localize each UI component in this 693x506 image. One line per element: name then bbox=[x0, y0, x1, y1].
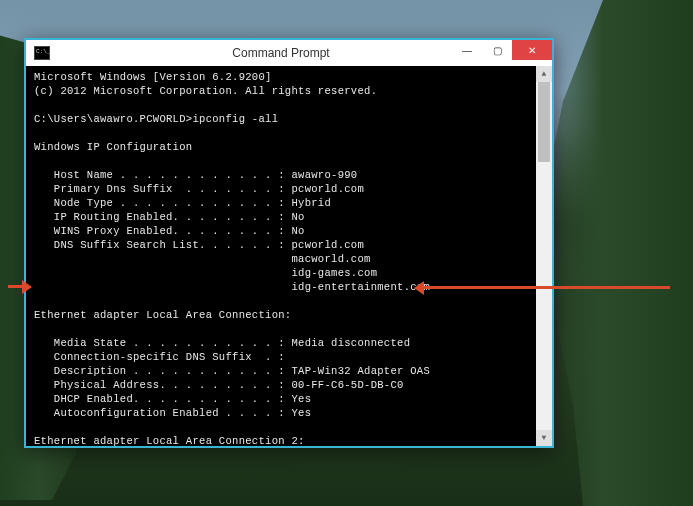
terminal-output: Microsoft Windows [Version 6.2.9200] (c)… bbox=[34, 70, 544, 446]
scrollbar[interactable]: ▲ ▼ bbox=[536, 66, 552, 446]
scroll-track[interactable] bbox=[536, 82, 552, 430]
terminal-area[interactable]: Microsoft Windows [Version 6.2.9200] (c)… bbox=[26, 66, 552, 446]
annotation-arrow-right bbox=[0, 280, 30, 294]
titlebar[interactable]: Command Prompt — ▢ ✕ bbox=[26, 40, 552, 66]
cmd-icon bbox=[34, 46, 50, 60]
window-controls: — ▢ ✕ bbox=[452, 40, 552, 60]
minimize-button[interactable]: — bbox=[452, 40, 482, 60]
annotation-arrow-left bbox=[412, 281, 672, 295]
maximize-button[interactable]: ▢ bbox=[482, 40, 512, 60]
close-button[interactable]: ✕ bbox=[512, 40, 552, 60]
scroll-down-button[interactable]: ▼ bbox=[536, 430, 552, 446]
scroll-thumb[interactable] bbox=[538, 82, 550, 162]
scroll-up-button[interactable]: ▲ bbox=[536, 66, 552, 82]
command-prompt-window: Command Prompt — ▢ ✕ Microsoft Windows [… bbox=[24, 38, 554, 448]
